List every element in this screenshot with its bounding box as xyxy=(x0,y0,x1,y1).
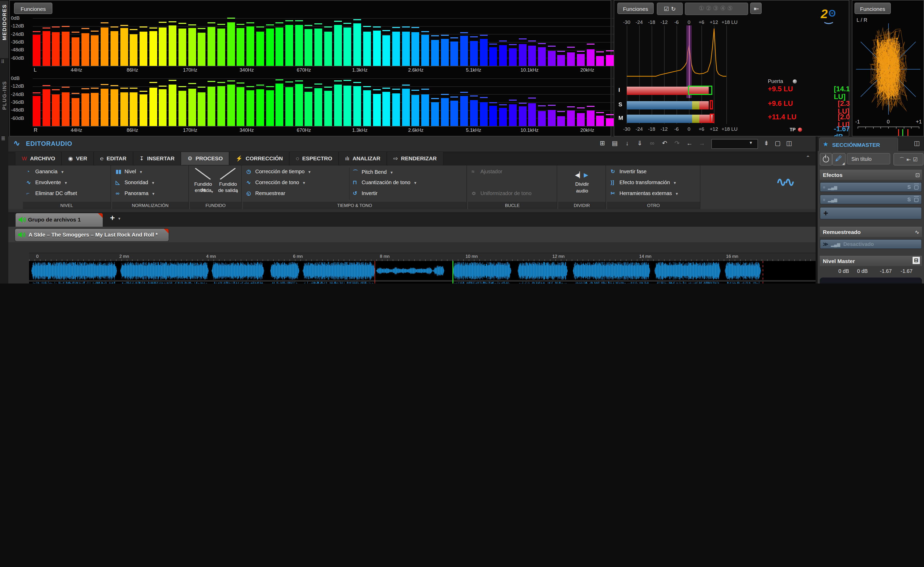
dropdown-arrow-icon: ▼ xyxy=(673,181,677,184)
ribbon-item[interactable]: ≈Ajustador xyxy=(472,169,502,179)
ribbon-item[interactable]: ∞Panorama▼ xyxy=(116,190,155,201)
spectrum-bar xyxy=(159,89,167,126)
ribbon-tab-icon: ↧ xyxy=(139,155,144,161)
ribbon-item[interactable]: ◵Remuestrear xyxy=(246,190,285,201)
open-icon[interactable]: ▤ xyxy=(610,140,620,147)
master-section-tab[interactable]: ★SECCIÓNMASTER xyxy=(819,138,898,152)
ribbon-item[interactable]: ▮▮Nivel▼ xyxy=(116,169,142,179)
effect-slot-empty[interactable]: ≡▂▄▆S▢ xyxy=(820,195,922,204)
spectrum-bar xyxy=(62,92,69,126)
ribbon-tab-insertar[interactable]: ↧INSERTAR xyxy=(133,152,181,165)
fade-out-button[interactable]: Fundidode salida▼ xyxy=(216,166,240,201)
nav-back-icon[interactable]: ← xyxy=(684,140,694,147)
detach-icon[interactable]: ⊟ xyxy=(913,257,920,264)
pin-icon[interactable]: ⊡ xyxy=(915,170,920,180)
spectrum-bar xyxy=(276,27,284,66)
correlation-marker xyxy=(902,129,903,136)
spectrum-peak-marker xyxy=(567,106,575,107)
ribbon-item[interactable]: ⌒Pitch Bend▼ xyxy=(353,169,393,179)
resample-slot[interactable]: ≫▂▄▆Desactivado xyxy=(820,239,922,249)
ribbon-tab-proceso[interactable]: ⚙PROCESO xyxy=(182,152,230,165)
ribbon-tab-editar[interactable]: ℮EDITAR xyxy=(94,152,133,165)
ribbon-item[interactable]: ✂Herramientas externas▼ xyxy=(610,190,679,201)
star-icon: ★ xyxy=(823,141,828,148)
rail-tab-plug-ins[interactable]: PLUG-INS xyxy=(0,78,8,135)
ribbon-item[interactable]: ∿Envolvente▼ xyxy=(27,180,68,190)
ribbon-item[interactable]: ∿Corrección de tono▼ xyxy=(246,180,306,190)
ruler-label: 2 mn xyxy=(119,254,129,259)
logo-smile: ‿ xyxy=(825,13,832,24)
add-group-button[interactable]: + xyxy=(110,213,115,222)
spectrum-peak-marker xyxy=(528,98,536,99)
ribbon-collapse-icon[interactable]: ⌃ xyxy=(806,154,810,161)
window-icon[interactable]: ▢ xyxy=(772,140,783,147)
new-file-icon[interactable]: ⊞ xyxy=(597,140,608,147)
overview-waveform[interactable] xyxy=(29,261,816,284)
overview-wave-area[interactable] xyxy=(29,261,816,284)
solo-icon[interactable]: S xyxy=(908,196,911,202)
preset-name-field[interactable]: Sin título xyxy=(847,153,890,165)
rail-tab-label: MEDIDORES xyxy=(2,4,7,40)
filter-icon[interactable]: ⇟ xyxy=(761,140,771,147)
ribbon-item[interactable]: ◔Ganancia▼ xyxy=(27,169,64,179)
ribbon-tab-archivo[interactable]: WARCHIVO xyxy=(16,152,62,165)
ribbon-tab-renderizar[interactable]: ⇨RENDERIZAR xyxy=(387,152,443,165)
ribbon-item[interactable]: ⊓Cuantización de tono▼ xyxy=(353,180,417,190)
reset-view-button[interactable]: ⇤ xyxy=(750,3,762,14)
loudness-value-S: +9.6 LU xyxy=(768,100,793,107)
spectrum-peak-marker xyxy=(586,106,594,107)
effect-slot-empty[interactable]: ≡▂▄▆S▢ xyxy=(820,182,922,192)
spectrum-peak-marker xyxy=(295,20,303,21)
ribbon-tab-corrección[interactable]: ⚡CORRECCIÓN xyxy=(230,152,290,165)
ribbon-tab-analizar[interactable]: ılıANALIZAR xyxy=(339,152,387,165)
apply-master-icon[interactable]: ☑ xyxy=(913,157,918,162)
spectrum-bar xyxy=(441,39,448,66)
ribbon-item[interactable]: ≎Uniformizador de tono xyxy=(472,190,531,201)
bypass-master-icon[interactable]: ⌒ xyxy=(899,157,904,162)
scale-tick xyxy=(888,127,889,129)
spectrum-bar xyxy=(188,89,196,126)
functions-button[interactable]: Funciones xyxy=(617,3,654,14)
power-button[interactable] xyxy=(820,153,832,165)
spectrum-bar xyxy=(558,116,565,126)
rail-tab-medidores[interactable]: MEDIDORES xyxy=(0,1,8,58)
ribbon-item[interactable]: ◷Corrección de tiempo▼ xyxy=(246,169,311,179)
spectrum-bar xyxy=(33,35,40,66)
bypass-icon[interactable]: ▢ xyxy=(914,184,919,190)
layout-icon[interactable]: ◫ xyxy=(914,140,920,147)
save-as-icon[interactable]: ⇓ xyxy=(634,140,645,147)
ribbon-tab-espectro[interactable]: ◌ESPECTRO xyxy=(290,152,339,165)
split-audio-button[interactable]: ◀▏▶Dividiraudio xyxy=(560,166,604,201)
list-icon: ☰ xyxy=(1,136,5,141)
file-group-tab[interactable]: Grupo de archivos 1 xyxy=(16,213,103,227)
ribbon-item[interactable]: ⌐Eliminar DC offset xyxy=(27,190,77,201)
nav-forward-icon[interactable]: → xyxy=(697,140,707,147)
fade-in-button[interactable]: Fundido deentrada▼ xyxy=(192,166,215,201)
ribbon-item[interactable]: ↺Invertir xyxy=(353,190,377,201)
add-effect-slot[interactable]: + xyxy=(820,207,922,219)
solo-icon[interactable]: S xyxy=(908,184,911,190)
bypass-icon[interactable]: ▢ xyxy=(914,196,919,202)
save-icon[interactable]: ↓ xyxy=(622,140,632,147)
layout-icon[interactable]: ◫ xyxy=(784,140,794,147)
add-group-arrow[interactable]: ▾ xyxy=(118,216,120,221)
refresh-icon[interactable]: ↻ xyxy=(671,6,676,12)
ribbon-item[interactable]: )]Efecto transformación▼ xyxy=(610,180,676,190)
overview-ruler[interactable]: 02 mn4 mn6 mn8 mn10 mn12 mn14 mn16 mn xyxy=(29,253,816,262)
loop-icon[interactable]: ∞ xyxy=(647,140,657,147)
file-title-tab[interactable]: A SIde – The Smoggers – My Last Rock And… xyxy=(15,228,169,242)
reset-master-icon[interactable]: ⇤ xyxy=(907,157,911,162)
ribbon-item[interactable]: ◺Sonoridad▼ xyxy=(116,180,155,190)
redo-icon[interactable]: ↷ xyxy=(672,140,682,147)
ribbon-tab-ver[interactable]: ◉VER xyxy=(62,152,94,165)
functions-button[interactable]: Funciones xyxy=(14,3,52,14)
ribbon-item[interactable]: ↻Invertir fase xyxy=(610,169,647,179)
spectrum-peak-marker xyxy=(314,23,322,24)
confirm-icon[interactable]: ☑ xyxy=(664,6,669,12)
spectrum-peak-marker xyxy=(431,35,439,36)
functions-button[interactable]: Funciones xyxy=(855,3,891,14)
undo-icon[interactable]: ↶ xyxy=(659,140,670,147)
level-value-3: -1.67 xyxy=(901,268,913,274)
split-label2: audio xyxy=(560,188,604,194)
brush-button[interactable]: 🖉◢ xyxy=(832,153,846,165)
